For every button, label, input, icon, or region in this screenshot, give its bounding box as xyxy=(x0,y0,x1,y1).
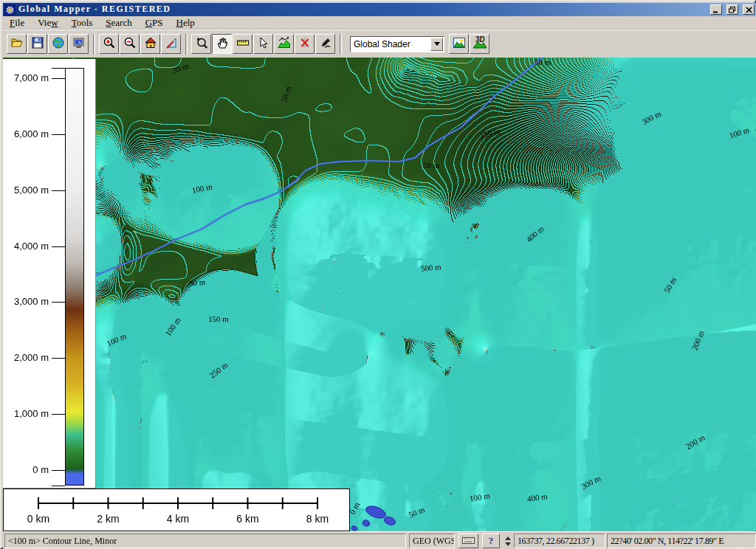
zoom-out-button[interactable] xyxy=(120,34,140,54)
svg-text:8 km: 8 km xyxy=(306,513,329,525)
zoom-in-icon xyxy=(103,36,116,52)
elevation-gradient-bar xyxy=(65,68,84,486)
legend-tick xyxy=(52,78,65,79)
set-square-icon xyxy=(165,36,178,52)
globe-icon xyxy=(52,36,65,52)
minimize-button[interactable] xyxy=(710,4,722,15)
select-tool-button[interactable] xyxy=(253,34,273,54)
home-icon xyxy=(144,36,157,52)
status-spinner[interactable] xyxy=(503,534,512,548)
legend-tick xyxy=(52,414,65,415)
shader-dropdown-value: Global Shader xyxy=(351,39,430,49)
legend-cap-tick xyxy=(52,486,65,486)
map-view: 30 m100 m50 m50 m50 m30 m150 m100 m100 m… xyxy=(3,58,756,531)
pointer-arrow-icon xyxy=(257,36,270,52)
zoom-tool-button[interactable] xyxy=(191,34,211,54)
status-coordinates: 163737, 22.66722137 ) xyxy=(514,534,605,548)
app-icon xyxy=(4,4,16,15)
display-options-button[interactable] xyxy=(69,34,89,54)
legend-tick xyxy=(52,358,65,359)
spinner-down-icon[interactable] xyxy=(505,542,511,546)
floppy-save-icon xyxy=(31,36,44,52)
zoom-out-icon xyxy=(123,36,137,52)
keyboard-icon xyxy=(462,536,475,547)
pen-icon xyxy=(319,36,332,52)
legend-tick-label: 1,000 m xyxy=(3,408,49,419)
window-title: Global Mapper - REGISTERED xyxy=(18,4,171,15)
save-button[interactable] xyxy=(27,34,47,54)
toolbar-separator xyxy=(185,34,188,55)
digitizer-tool-button[interactable] xyxy=(315,34,335,54)
legend-tick xyxy=(52,302,65,303)
spinner-up-icon[interactable] xyxy=(505,536,511,540)
legend-tick-label: 5,000 m xyxy=(3,184,49,196)
close-button[interactable] xyxy=(743,4,755,15)
legend-tick-label: 7,000 m xyxy=(3,72,49,83)
keyboard-button[interactable] xyxy=(458,534,478,548)
restore-button[interactable] xyxy=(726,4,738,15)
view-3d-label: 3D xyxy=(475,35,485,44)
scale-bar-graphic: 0 km2 km4 km6 km8 km xyxy=(4,489,349,531)
red-x-icon xyxy=(298,36,312,52)
titlebar[interactable]: Global Mapper - REGISTERED xyxy=(3,3,756,16)
magnifier-icon xyxy=(195,36,208,52)
elevation-legend: 0 m1,000 m2,000 m3,000 m4,000 m5,000 m6,… xyxy=(3,59,96,488)
legend-tick-label: 0 m xyxy=(3,464,49,475)
full-view-button[interactable] xyxy=(140,34,160,54)
svg-text:6 km: 6 km xyxy=(236,513,258,525)
chevron-down-icon[interactable] xyxy=(430,38,443,51)
texture-map-button[interactable] xyxy=(449,34,469,54)
global-mapper-window: Global Mapper - REGISTERED FileViewTools… xyxy=(0,0,756,549)
legend-tick xyxy=(52,470,65,471)
legend-tick xyxy=(52,246,65,247)
legend-tick xyxy=(52,134,65,135)
toolbar-separator xyxy=(340,34,342,55)
menu-item-help[interactable]: Help xyxy=(170,16,202,30)
status-latlon: 22?40' 02.00" N, 114?22' 17.89" E xyxy=(607,534,756,548)
map-canvas[interactable] xyxy=(3,58,756,531)
web-globe-button[interactable] xyxy=(48,34,68,54)
coordinate-tool-button[interactable] xyxy=(161,34,181,54)
legend-tick-label: 6,000 m xyxy=(3,128,49,139)
path-profile-button[interactable] xyxy=(274,34,294,54)
status-feature-text: <100 m> Contour Line, Minor xyxy=(4,534,406,548)
legend-tick-label: 4,000 m xyxy=(3,241,49,252)
scale-bar: 0 km2 km4 km6 km8 km xyxy=(3,488,350,531)
help-button[interactable]: ? xyxy=(482,534,500,548)
terrain-profile-icon xyxy=(278,36,291,52)
menu-item-gps[interactable]: GPS xyxy=(139,16,170,30)
pan-tool-button[interactable] xyxy=(212,34,232,54)
toolbar: Global Shader 3D xyxy=(3,30,756,58)
zoom-in-button[interactable] xyxy=(99,34,119,54)
legend-tick xyxy=(52,190,65,191)
open-folder-icon xyxy=(10,36,24,52)
landscape-image-icon xyxy=(453,36,466,52)
clear-tool-button[interactable] xyxy=(295,34,315,54)
svg-text:0 km: 0 km xyxy=(27,513,49,525)
svg-text:4 km: 4 km xyxy=(167,513,189,525)
monitor-icon xyxy=(72,36,86,52)
menu-item-search[interactable]: Search xyxy=(99,16,138,30)
ruler-icon xyxy=(236,36,250,52)
open-button[interactable] xyxy=(7,34,27,54)
view-3d-button[interactable]: 3D xyxy=(470,34,489,54)
svg-text:2 km: 2 km xyxy=(97,513,119,525)
menu-item-view[interactable]: View xyxy=(31,16,64,30)
menu-item-tools[interactable]: Tools xyxy=(65,16,100,30)
legend-cap-tick xyxy=(52,68,65,69)
status-projection: GEO (WGS84 xyxy=(409,534,455,548)
shader-dropdown[interactable]: Global Shader xyxy=(350,36,444,52)
menubar: FileViewToolsSearchGPSHelp xyxy=(3,16,756,30)
menu-item-file[interactable]: File xyxy=(3,16,31,30)
status-bar: <100 m> Contour Line, Minor GEO (WGS84 ?… xyxy=(3,531,756,549)
legend-tick-label: 3,000 m xyxy=(3,296,49,307)
measure-tool-button[interactable] xyxy=(233,34,252,54)
toolbar-separator xyxy=(93,34,95,55)
hand-icon xyxy=(216,36,229,52)
legend-tick-label: 2,000 m xyxy=(3,352,49,363)
